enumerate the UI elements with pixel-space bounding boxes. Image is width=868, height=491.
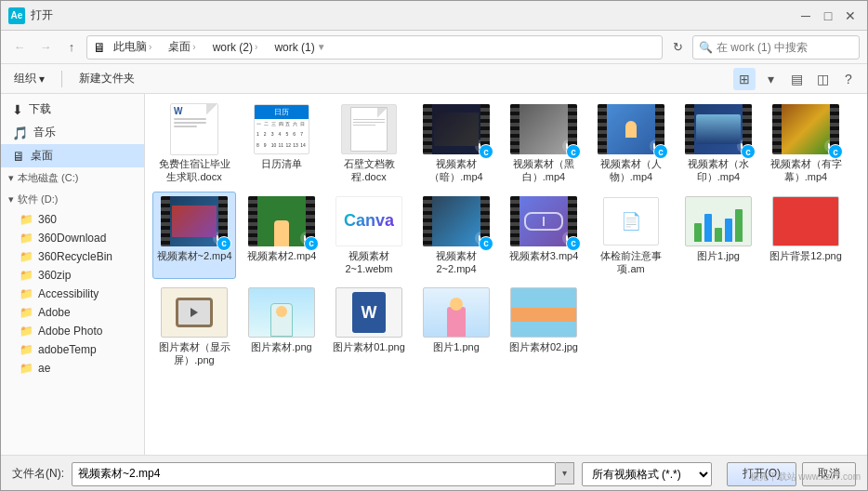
file-thumb-f8: c [772, 103, 839, 155]
file-label-f15: 图片1.jpg [697, 249, 740, 262]
file-label-f10: 视频素材2.mp4 [247, 249, 317, 262]
organize-dropdown-icon: ▾ [39, 73, 45, 86]
file-item-f5[interactable]: c 视频素材（黑白）.mp4 [502, 100, 585, 188]
address-bar[interactable]: 🖥 此电脑 › 桌面 › work (2) › work (1) ▼ [86, 35, 663, 60]
file-item-f4[interactable]: c 视频素材（暗）.mp4 [414, 100, 498, 188]
folder-icon: 📁 [20, 232, 33, 245]
close-button[interactable]: ✕ [841, 7, 860, 25]
file-label-f19: 图片素材01.png [333, 340, 405, 353]
file-toolbar: 组织 ▾ 新建文件夹 ⊞ ▾ ▤ ◫ ? [1, 64, 867, 94]
breadcrumb-work1[interactable]: work (1) ▼ [270, 39, 329, 56]
file-thumb-f11: Canva [335, 195, 402, 247]
folder-icon: 📁 [20, 343, 33, 356]
file-item-f10[interactable]: c 视频素材2.mp4 [240, 192, 323, 280]
file-label-f21: 图片素材02.jpg [509, 340, 578, 353]
view-details[interactable]: ▤ [785, 68, 808, 90]
new-folder-button[interactable]: 新建文件夹 [73, 68, 140, 89]
breadcrumb-computer[interactable]: 此电脑 › [110, 37, 155, 57]
search-input[interactable] [717, 41, 847, 54]
filename-label: 文件名(N): [12, 466, 64, 482]
file-label-f20: 图片1.png [433, 340, 480, 353]
help-button[interactable]: ? [837, 68, 860, 90]
sidebar-folder-adobetemp[interactable]: 📁 adobeTemp [1, 340, 144, 359]
breadcrumb-work2[interactable]: work (2) › [209, 39, 262, 56]
file-item-f8[interactable]: c 视频素材（有字幕）.mp4 [764, 100, 848, 188]
file-item-f19[interactable]: W 图片素材01.png [327, 283, 411, 371]
filetype-select[interactable]: 所有视频格式 (*.*) [582, 462, 712, 486]
view-dropdown[interactable]: ▾ [759, 68, 782, 90]
file-item-f7[interactable]: c 视频素材（水印）.mp4 [677, 100, 760, 188]
sidebar-folder-360recyclebin[interactable]: 📁 360RecycleBin [1, 247, 144, 266]
forward-button[interactable]: → [34, 36, 57, 59]
sidebar-section-drives[interactable]: ▾ 本地磁盘 (C:) [1, 167, 144, 189]
folder-icon: 📁 [20, 287, 33, 300]
file-label-f1: 免费住宿让毕业生求职.docx [156, 157, 232, 184]
file-label-f12: 视频素材2~2.mp4 [418, 249, 494, 276]
file-item-f3[interactable]: 石壁文档教程.docx [327, 100, 411, 188]
sidebar-item-download[interactable]: ⬇ 下载 [1, 98, 144, 121]
sidebar-folder-accessibility[interactable]: 📁 Accessibility [1, 285, 144, 303]
sidebar-folder-360[interactable]: 📁 360 [1, 210, 144, 229]
maximize-button[interactable]: □ [819, 7, 837, 25]
file-item-f13[interactable]: c 视频素材3.mp4 [502, 192, 585, 280]
cancel-button[interactable]: 取消 [802, 462, 856, 486]
file-thumb-f20 [423, 286, 490, 338]
back-button[interactable]: ← [8, 36, 31, 59]
breadcrumb-desktop[interactable]: 桌面 › [164, 37, 199, 57]
file-item-f21[interactable]: 图片素材02.jpg [502, 283, 585, 371]
download-icon: ⬇ [12, 102, 23, 117]
file-label-f6: 视频素材（人物）.mp4 [593, 157, 669, 184]
file-item-f20[interactable]: 图片1.png [414, 283, 498, 371]
organize-button[interactable]: 组织 ▾ [8, 68, 50, 89]
filename-input[interactable] [78, 468, 549, 481]
file-item-f15[interactable]: 图片1.jpg [677, 192, 760, 280]
file-item-f14[interactable]: 📄 体检前注意事项.am [589, 192, 673, 280]
file-thumb-f12: c [423, 195, 490, 247]
c-badge-f7: c [741, 144, 756, 159]
file-item-f11[interactable]: Canva 视频素材2~1.webm [327, 192, 411, 280]
view-large-icons[interactable]: ⊞ [733, 68, 756, 90]
sidebar: ⬇ 下载 🎵 音乐 🖥 桌面 ▾ 本地磁盘 (C:) ▾ 软件 (D:) 📁 3… [1, 94, 145, 455]
file-item-f18[interactable]: 图片素材.png [240, 283, 323, 371]
refresh-button[interactable]: ↻ [666, 36, 689, 59]
sidebar-folder-360download[interactable]: 📁 360Download [1, 229, 144, 247]
file-thumb-f13: c [510, 195, 577, 247]
c-badge-f9: c [217, 236, 231, 251]
file-item-f16[interactable]: 图片背景12.png [764, 192, 848, 280]
sidebar-item-desktop[interactable]: 🖥 桌面 [1, 144, 144, 167]
minimize-button[interactable]: ─ [796, 7, 815, 25]
computer-icon: 🖥 [93, 40, 106, 55]
file-item-f2[interactable]: 日历 一二三四五六日 1234567 891011121314 日历清单 [240, 100, 323, 188]
filename-input-wrapper: ▾ [72, 462, 574, 486]
title-bar: Ae 打开 ─ □ ✕ [1, 1, 867, 31]
sidebar-section-d[interactable]: ▾ 软件 (D:) [1, 189, 144, 210]
file-item-f6[interactable]: c 视频素材（人物）.mp4 [589, 100, 673, 188]
file-item-f17[interactable]: 图片素材（显示屏）.png [152, 283, 236, 371]
open-button[interactable]: 打开(O) [727, 462, 796, 486]
c-badge-f8: c [828, 144, 843, 159]
sidebar-item-music[interactable]: 🎵 音乐 [1, 121, 144, 144]
sidebar-folder-adobe-photo[interactable]: 📁 Adobe Photo [1, 322, 144, 340]
sidebar-folder-adobe[interactable]: 📁 Adobe [1, 303, 144, 322]
file-label-f17: 图片素材（显示屏）.png [156, 340, 232, 367]
c-badge-f4: c [479, 144, 493, 159]
file-item-f12[interactable]: c 视频素材2~2.mp4 [414, 192, 498, 280]
sidebar-folder-ae[interactable]: 📁 ae [1, 359, 144, 378]
file-thumb-f17 [161, 286, 228, 338]
folder-icon: 📁 [20, 306, 33, 319]
sidebar-folder-360zip[interactable]: 📁 360zip [1, 266, 144, 285]
file-label-f18: 图片素材.png [251, 340, 311, 353]
filename-dropdown-btn[interactable]: ▾ [556, 462, 574, 484]
up-button[interactable]: ↑ [60, 36, 83, 59]
window-title: 打开 [31, 7, 796, 23]
view-preview[interactable]: ◫ [811, 68, 834, 90]
file-thumb-f4: c [423, 103, 490, 155]
file-thumb-f2: 日历 一二三四五六日 1234567 891011121314 [248, 103, 315, 155]
file-item-f9[interactable]: c 视频素材~2.mp4 [152, 192, 236, 280]
file-thumb-f7: c [685, 103, 752, 155]
view-controls: ⊞ ▾ ▤ ◫ ? [733, 68, 860, 90]
search-bar: 🔍 [692, 35, 860, 60]
file-item-f1[interactable]: W 免费住宿让毕业生求职.docx [152, 100, 236, 188]
file-label-f14: 体检前注意事项.am [593, 249, 669, 276]
window-controls: ─ □ ✕ [796, 7, 860, 25]
